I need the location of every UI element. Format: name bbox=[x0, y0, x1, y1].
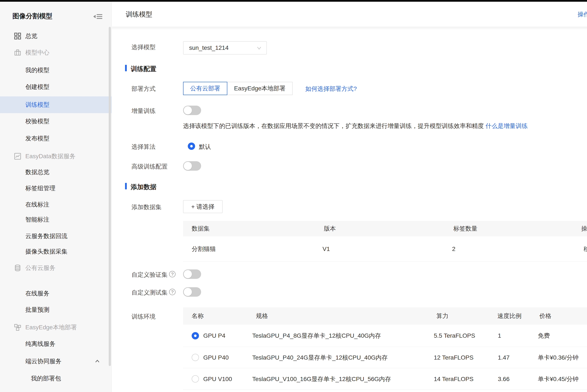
section-bar bbox=[125, 65, 127, 71]
deploy-help-link[interactable]: 如何选择部署方式? bbox=[305, 85, 357, 93]
col-power: 算力 bbox=[436, 308, 448, 324]
train-env-table: 名称 规格 算力 速度比例 价格 GPU P4 TeslaGPU_P4_8G显存… bbox=[183, 308, 587, 390]
sidebar-item-publish-model[interactable]: 发布模型 bbox=[0, 130, 112, 147]
help-question-icon[interactable] bbox=[169, 271, 176, 277]
incremental-label: 增量训练 bbox=[132, 107, 156, 115]
env-radio[interactable] bbox=[192, 375, 199, 382]
choose-dataset-button[interactable]: + 请选择 bbox=[183, 200, 223, 213]
incremental-desc: 选择该模型下的已训练版本，在数据应用场景不变的情况下，扩充数据来进行增量训练，提… bbox=[183, 122, 537, 130]
algorithm-label: 选择算法 bbox=[132, 143, 156, 151]
sidebar-item-batch-predict[interactable]: 批量预测 bbox=[0, 302, 112, 318]
sidebar-item-label: 总览 bbox=[25, 32, 37, 40]
section-bar bbox=[125, 183, 127, 189]
deploy-option-public-cloud[interactable]: 公有云部署 bbox=[183, 82, 227, 95]
col-price: 价格 bbox=[539, 308, 551, 324]
sidebar-title: 图像分割模型 bbox=[13, 12, 53, 20]
sidebar-item-camera-collection[interactable]: 摄像头数据采集 bbox=[0, 243, 112, 260]
env-price: 单卡¥0.36/分钟 bbox=[538, 347, 579, 368]
sidebar-item-data-overview[interactable]: 数据总览 bbox=[0, 164, 112, 180]
sidebar-item-smart-annotation[interactable]: 智能标注 bbox=[0, 211, 112, 228]
env-spec: TeslaGPU_P40_24G显存单卡_12核CPU_40G内存 bbox=[252, 347, 388, 368]
train-env-label: 训练环境 bbox=[132, 312, 156, 321]
dataset-table: 数据集 版本 标签数量 操作 分割猫猫 V1 2 移除 bbox=[183, 221, 587, 262]
sidebar-item-my-models[interactable]: 我的模型 bbox=[0, 62, 112, 78]
custom-validation-toggle[interactable] bbox=[183, 270, 201, 279]
advanced-config-toggle[interactable] bbox=[183, 161, 201, 171]
sidebar-item-verify-model[interactable]: 校验模型 bbox=[0, 113, 112, 130]
chart-icon bbox=[14, 152, 22, 160]
sidebar-group-label: 模型中心 bbox=[25, 48, 50, 57]
env-name: GPU P4 bbox=[203, 324, 225, 347]
env-spec: TeslaGPU_P4_8G显存单卡_12核CPU_40G内存 bbox=[252, 324, 381, 347]
section-training-title: 训练配置 bbox=[131, 64, 156, 74]
custom-test-toggle[interactable] bbox=[183, 287, 201, 297]
custom-test-label: 自定义测试集 bbox=[132, 288, 168, 297]
top-black-bar bbox=[0, 0, 587, 2]
env-price: 单卡¥0.45/分钟 bbox=[538, 368, 579, 390]
dataset-remove-link[interactable]: 移除 bbox=[583, 236, 587, 262]
sidebar-item-online-service[interactable]: 在线服务 bbox=[0, 285, 112, 302]
custom-validation-label: 自定义验证集 bbox=[132, 271, 168, 279]
env-speed: 1.47 bbox=[498, 347, 510, 368]
dataset-table-row: 分割猫猫 V1 2 移除 bbox=[183, 236, 587, 262]
dataset-labels: 2 bbox=[452, 236, 455, 262]
sidebar-collapse-icon[interactable] bbox=[93, 12, 103, 20]
deploy-option-easyedge[interactable]: EasyEdge本地部署 bbox=[227, 82, 293, 95]
deploy-method-label: 部署方式 bbox=[132, 85, 156, 93]
sidebar-item-edge-cloud-service[interactable]: 端云协同服务 bbox=[0, 353, 112, 370]
env-row-gpu-p4[interactable]: GPU P4 TeslaGPU_P4_8G显存单卡_12核CPU_40G内存 5… bbox=[183, 324, 587, 347]
advanced-config-label: 高级训练配置 bbox=[132, 162, 168, 171]
dataset-version: V1 bbox=[323, 236, 330, 262]
sidebar-item-overview[interactable]: 总览 bbox=[0, 28, 112, 44]
sidebar-group-easydata: EasyData数据服务 bbox=[0, 148, 112, 165]
env-name: GPU V100 bbox=[203, 368, 232, 390]
grid-icon bbox=[14, 32, 22, 40]
sidebar-item-label-groups[interactable]: 标签组管理 bbox=[0, 180, 112, 197]
section-data-title: 添加数据 bbox=[131, 183, 156, 192]
col-version: 版本 bbox=[324, 221, 336, 236]
header-action-link[interactable]: 操作 bbox=[577, 2, 587, 27]
incremental-toggle[interactable] bbox=[183, 106, 201, 115]
env-power: 14 TeraFLOPS bbox=[434, 368, 474, 390]
sidebar-item-create-model[interactable]: 创建模型 bbox=[0, 78, 112, 95]
header-shadow bbox=[112, 27, 587, 30]
dataset-table-header: 数据集 版本 标签数量 操作 bbox=[183, 221, 587, 236]
algorithm-radio-default[interactable] bbox=[188, 142, 195, 150]
sidebar-group-easyedge: EasyEdge本地部署 bbox=[0, 319, 112, 336]
col-spec: 规格 bbox=[256, 308, 268, 324]
add-dataset-label: 添加数据集 bbox=[132, 203, 162, 211]
env-speed: 3.66 bbox=[498, 368, 510, 390]
env-speed: 1 bbox=[498, 324, 501, 347]
env-radio[interactable] bbox=[192, 354, 199, 361]
sidebar-item-offline-service[interactable]: 纯离线服务 bbox=[0, 336, 112, 352]
env-row-gpu-v100[interactable]: GPU V100 TeslaGPU_V100_16G显存单卡_12核CPU_56… bbox=[183, 368, 587, 390]
chevron-up-icon[interactable] bbox=[94, 358, 101, 364]
env-row-gpu-p40[interactable]: GPU P40 TeslaGPU_P40_24G显存单卡_12核CPU_40G内… bbox=[183, 347, 587, 368]
sidebar-item-cloud-data-return[interactable]: 云服务数据回流 bbox=[0, 228, 112, 244]
sidebar-item-my-deploy-package[interactable]: 我的部署包 bbox=[0, 370, 112, 387]
model-select[interactable]: sun_test_1214 bbox=[183, 41, 267, 54]
sidebar-group-public-cloud: 公有云服务 bbox=[0, 260, 112, 276]
select-model-label: 选择模型 bbox=[132, 43, 156, 51]
env-table-header: 名称 规格 算力 速度比例 价格 bbox=[183, 308, 587, 324]
env-radio-selected[interactable] bbox=[192, 332, 199, 340]
env-name: GPU P40 bbox=[203, 347, 229, 368]
sidebar-item-online-annotation[interactable]: 在线标注 bbox=[0, 196, 112, 213]
env-power: 12 TeraFLOPS bbox=[434, 347, 474, 368]
edge-icon bbox=[14, 324, 22, 331]
sidebar: 图像分割模型 总览 bbox=[0, 2, 112, 392]
database-icon bbox=[14, 264, 22, 272]
chevron-down-icon bbox=[256, 45, 262, 51]
help-question-icon[interactable] bbox=[169, 289, 176, 295]
sidebar-item-train-model[interactable]: 训练模型 bbox=[0, 96, 112, 113]
model-select-value: sun_test_1214 bbox=[189, 42, 229, 54]
col-name: 名称 bbox=[192, 308, 204, 324]
col-action: 操作 bbox=[581, 221, 587, 236]
sidebar-scrollbar[interactable] bbox=[109, 27, 111, 366]
col-labels: 标签数量 bbox=[453, 221, 477, 236]
env-spec: TeslaGPU_V100_16G显存单卡_12核CPU_56G内存 bbox=[252, 368, 391, 390]
incremental-help-link[interactable]: 什么是增量训练 bbox=[486, 122, 528, 129]
model-center-icon bbox=[14, 49, 22, 56]
sidebar-group-model-center: 模型中心 bbox=[0, 44, 112, 61]
main-header: 训练模型 操作 bbox=[112, 2, 587, 27]
